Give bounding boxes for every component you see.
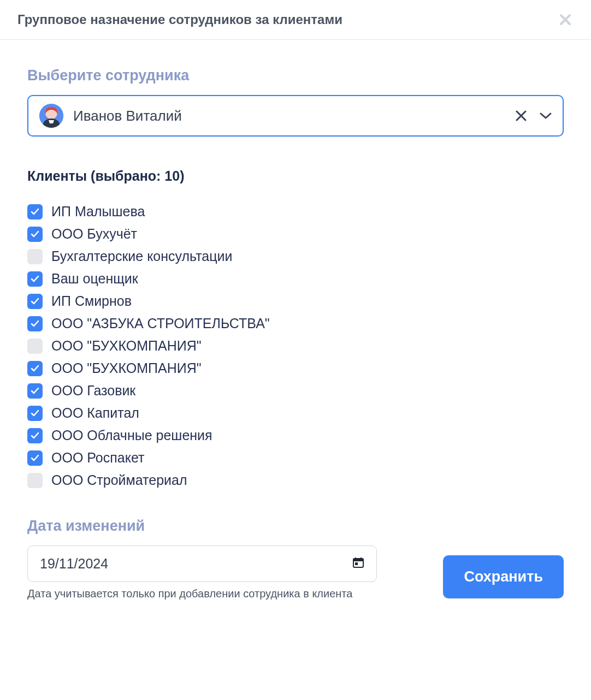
client-checkbox[interactable]: [27, 428, 43, 443]
client-row: ООО "БУХКОМПАНИЯ": [27, 338, 564, 354]
client-label: ООО "БУХКОМПАНИЯ": [51, 338, 202, 354]
client-row: Бухгалтерские консультации: [27, 248, 564, 264]
date-input[interactable]: 19/11/2024: [27, 545, 377, 582]
client-checkbox[interactable]: [27, 383, 43, 399]
svg-rect-8: [353, 559, 363, 561]
client-label: ООО "АЗБУКА СТРОИТЕЛЬСТВА": [51, 316, 270, 331]
x-icon: [516, 110, 527, 121]
client-label: ООО "БУХКОМПАНИЯ": [51, 360, 202, 376]
client-row: ООО Роспакет: [27, 450, 564, 466]
clear-selection-button[interactable]: [516, 110, 527, 121]
check-icon: [30, 408, 40, 418]
date-hint: Дата учитывается только при добавлении с…: [27, 588, 377, 600]
check-icon: [30, 364, 40, 373]
modal-header: Групповое назначение сотрудников за клие…: [0, 0, 591, 40]
client-label: ООО Капитал: [51, 405, 139, 421]
check-icon: [30, 453, 40, 463]
svg-rect-9: [355, 562, 358, 565]
client-row: ИП Смирнов: [27, 293, 564, 309]
client-list: ИП МалышеваООО БухучётБухгалтерские конс…: [27, 204, 564, 488]
check-icon: [30, 386, 40, 396]
check-icon: [30, 229, 40, 239]
client-checkbox[interactable]: [27, 450, 43, 466]
check-icon: [30, 296, 40, 306]
employee-selected-name: Иванов Виталий: [73, 108, 516, 124]
client-checkbox[interactable]: [27, 339, 43, 354]
client-checkbox[interactable]: [27, 294, 43, 309]
client-label: Ваш оценщик: [51, 271, 138, 287]
check-icon: [30, 431, 40, 441]
modal-title: Групповое назначение сотрудников за клие…: [17, 12, 342, 27]
client-checkbox[interactable]: [27, 271, 43, 287]
date-label: Дата изменений: [27, 518, 564, 535]
client-label: Бухгалтерские консультации: [51, 248, 233, 264]
calendar-icon: [352, 556, 364, 572]
employee-avatar: [39, 104, 63, 128]
client-label: ИП Смирнов: [51, 293, 132, 309]
client-row: ООО Капитал: [27, 405, 564, 421]
client-row: ООО Газовик: [27, 383, 564, 399]
client-row: ООО "БУХКОМПАНИЯ": [27, 360, 564, 376]
client-checkbox[interactable]: [27, 316, 43, 331]
client-label: ООО Роспакет: [51, 450, 144, 466]
client-label: ООО Облачные решения: [51, 428, 212, 443]
employee-select[interactable]: Иванов Виталий: [27, 95, 564, 137]
check-icon: [30, 207, 40, 217]
client-checkbox[interactable]: [27, 249, 43, 264]
client-checkbox[interactable]: [27, 227, 43, 242]
close-button[interactable]: [557, 11, 574, 28]
client-label: ООО Стройматериал: [51, 472, 187, 488]
client-label: ООО Бухучёт: [51, 226, 137, 242]
close-icon: [559, 14, 571, 26]
chevron-down-icon: [540, 112, 552, 120]
save-button[interactable]: Сохранить: [443, 555, 564, 598]
client-row: ООО Облачные решения: [27, 428, 564, 443]
check-icon: [30, 319, 40, 329]
client-checkbox[interactable]: [27, 361, 43, 376]
client-checkbox[interactable]: [27, 473, 43, 488]
client-row: ООО "АЗБУКА СТРОИТЕЛЬСТВА": [27, 316, 564, 331]
client-row: ООО Бухучёт: [27, 226, 564, 242]
date-value: 19/11/2024: [40, 556, 108, 572]
client-checkbox[interactable]: [27, 204, 43, 220]
check-icon: [30, 274, 40, 284]
client-row: ИП Малышева: [27, 204, 564, 220]
dropdown-toggle[interactable]: [540, 112, 552, 120]
client-label: ООО Газовик: [51, 383, 135, 399]
client-row: ООО Стройматериал: [27, 472, 564, 488]
client-label: ИП Малышева: [51, 204, 145, 220]
client-row: Ваш оценщик: [27, 271, 564, 287]
modal-body: Выберите сотрудника Иванов Виталий: [0, 40, 591, 622]
employee-label: Выберите сотрудника: [27, 67, 564, 84]
clients-heading: Клиенты (выбрано: 10): [27, 168, 564, 184]
client-checkbox[interactable]: [27, 406, 43, 421]
